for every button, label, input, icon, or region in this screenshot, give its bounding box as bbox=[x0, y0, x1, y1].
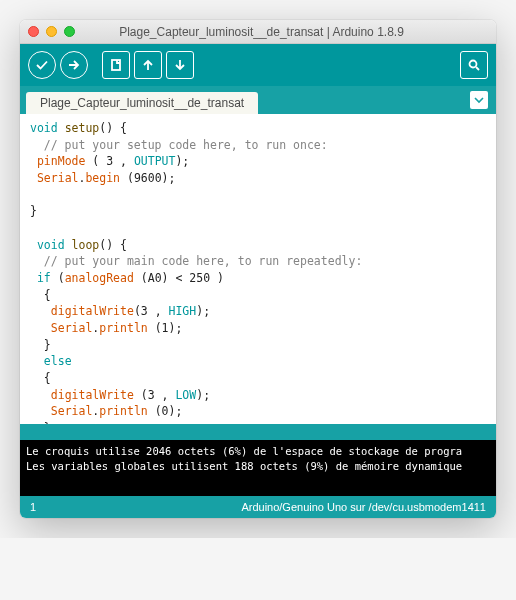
message-bar bbox=[20, 424, 496, 440]
app-window: Plage_Capteur_luminosit__de_transat | Ar… bbox=[20, 20, 496, 518]
file-icon bbox=[109, 58, 123, 72]
arrow-right-icon bbox=[67, 58, 81, 72]
arrow-down-icon bbox=[173, 58, 187, 72]
upload-button[interactable] bbox=[60, 51, 88, 79]
svg-line-5 bbox=[476, 67, 479, 70]
svg-point-4 bbox=[470, 61, 477, 68]
new-button[interactable] bbox=[102, 51, 130, 79]
arrow-up-icon bbox=[141, 58, 155, 72]
tab-bar: Plage_Capteur_luminosit__de_transat bbox=[20, 86, 496, 114]
output-console[interactable]: Le croquis utilise 2046 octets (6%) de l… bbox=[20, 440, 496, 496]
save-button[interactable] bbox=[166, 51, 194, 79]
window-title: Plage_Capteur_luminosit__de_transat | Ar… bbox=[35, 25, 488, 39]
code-editor[interactable]: void setup() { // put your setup code he… bbox=[20, 114, 496, 424]
serial-monitor-icon bbox=[467, 58, 481, 72]
open-button[interactable] bbox=[134, 51, 162, 79]
titlebar: Plage_Capteur_luminosit__de_transat | Ar… bbox=[20, 20, 496, 44]
verify-button[interactable] bbox=[28, 51, 56, 79]
status-bar: 1 Arduino/Genuino Uno sur /dev/cu.usbmod… bbox=[20, 496, 496, 518]
code-token: void bbox=[30, 121, 58, 135]
tab-sketch[interactable]: Plage_Capteur_luminosit__de_transat bbox=[26, 92, 258, 114]
console-line: Les variables globales utilisent 188 oct… bbox=[26, 460, 462, 472]
chevron-down-icon bbox=[474, 95, 484, 105]
console-line: Le croquis utilise 2046 octets (6%) de l… bbox=[26, 445, 462, 457]
svg-rect-1 bbox=[112, 60, 120, 70]
board-port: Arduino/Genuino Uno sur /dev/cu.usbmodem… bbox=[36, 501, 486, 513]
toolbar bbox=[20, 44, 496, 86]
check-icon bbox=[35, 58, 49, 72]
tab-menu-button[interactable] bbox=[470, 91, 488, 109]
serial-monitor-button[interactable] bbox=[460, 51, 488, 79]
